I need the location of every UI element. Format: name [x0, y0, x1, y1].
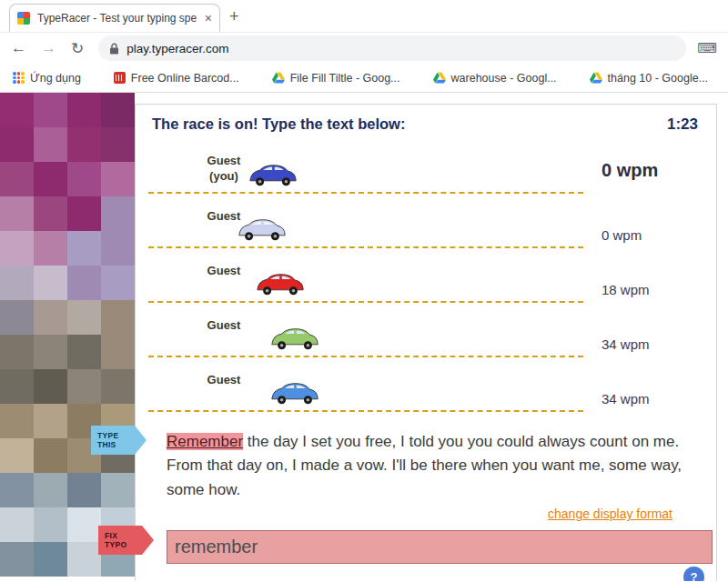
- forward-icon[interactable]: →: [41, 39, 56, 57]
- car-icon: [247, 163, 299, 191]
- bookmark-item[interactable]: Free Online Barcod...: [114, 72, 239, 85]
- help-icon[interactable]: ?: [683, 567, 704, 581]
- mosaic-cell: [101, 127, 135, 162]
- race-track: Guest: [148, 248, 583, 303]
- url-text: play.typeracer.com: [126, 42, 228, 55]
- keyboard-ime-icon[interactable]: ⌨: [697, 40, 717, 56]
- mosaic-cell: [34, 266, 67, 300]
- link-row: change display format: [148, 506, 703, 522]
- mosaic-cell: [101, 93, 135, 127]
- close-tab-icon[interactable]: ×: [205, 11, 212, 25]
- bookmark-label: Free Online Barcod...: [131, 72, 239, 85]
- mosaic-cell: [34, 369, 67, 404]
- mosaic-cell: [101, 196, 135, 231]
- apps-menu[interactable]: Ứng dụng: [13, 72, 81, 85]
- mosaic-cell: [34, 404, 67, 438]
- typeracer-favicon: [17, 12, 30, 25]
- bookmark-item[interactable]: tháng 10 - Google...: [590, 72, 709, 85]
- mosaic-cell: [0, 404, 34, 438]
- typing-input[interactable]: [167, 530, 713, 564]
- mosaic-cell: [34, 507, 67, 542]
- race-panel: The race is on! Type the text below: 1:2…: [135, 104, 717, 581]
- mosaic-cell: [67, 266, 101, 300]
- mosaic-cell: [34, 300, 67, 335]
- mosaic-cell: [34, 93, 67, 127]
- racer-row: Guest (you) 0 wpm: [148, 139, 703, 194]
- mosaic-cell: [34, 438, 67, 473]
- race-timer: 1:23: [667, 115, 698, 134]
- mosaic-background: [0, 93, 135, 577]
- mosaic-cell: [67, 473, 101, 507]
- mosaic-cell: [67, 231, 101, 266]
- racer-name: Guest (you): [197, 154, 250, 185]
- mosaic-cell: [101, 231, 135, 266]
- bookmarks-bar: Ứng dụng Free Online Barcod... File Fill…: [0, 64, 728, 93]
- bookmark-item[interactable]: File Fill Tiltle - Goog...: [272, 72, 400, 85]
- car-icon: [268, 326, 321, 355]
- mosaic-cell: [67, 127, 101, 162]
- change-display-format-link[interactable]: change display format: [548, 507, 672, 521]
- mosaic-cell: [34, 127, 67, 162]
- racer-name: Guest: [197, 318, 250, 334]
- remaining-text: the day I set you free, I told you you c…: [167, 433, 682, 498]
- mosaic-cell: [67, 507, 101, 542]
- barcode-site-icon: [114, 72, 126, 84]
- mosaic-cell: [0, 335, 34, 369]
- apps-grid-icon: [13, 72, 25, 84]
- mosaic-cell: [101, 369, 135, 404]
- racer-speed: 34 wpm: [583, 357, 703, 412]
- mosaic-cell: [0, 369, 34, 404]
- bookmark-label: File Fill Tiltle - Goog...: [290, 72, 400, 85]
- address-bar[interactable]: play.typeracer.com: [98, 35, 686, 61]
- mosaic-cell: [34, 196, 67, 231]
- typing-input-row: [167, 530, 700, 564]
- mosaic-cell: [0, 473, 34, 507]
- mosaic-cell: [67, 300, 101, 335]
- passage-text: Remember the day I set you free, I told …: [167, 430, 685, 502]
- reload-icon[interactable]: ↻: [71, 39, 84, 58]
- mosaic-cell: [34, 335, 67, 369]
- back-icon[interactable]: ←: [11, 39, 26, 57]
- mosaic-cell: [101, 300, 135, 335]
- google-drive-icon: [433, 72, 446, 84]
- racer-name: Guest: [197, 373, 250, 388]
- tab-title: TypeRacer - Test your typing spe: [37, 12, 197, 25]
- mosaic-cell: [34, 473, 67, 507]
- mosaic-cell: [0, 507, 34, 542]
- mosaic-cell: [67, 335, 101, 369]
- apps-label: Ứng dụng: [30, 72, 81, 85]
- mosaic-cell: [101, 335, 135, 369]
- mosaic-cell: [34, 231, 67, 266]
- mosaic-cell: [67, 162, 101, 196]
- car-icon: [254, 272, 307, 300]
- google-drive-icon: [590, 72, 602, 84]
- mosaic-cell: [101, 266, 135, 300]
- bookmark-label: tháng 10 - Google...: [608, 72, 709, 85]
- bookmark-item[interactable]: warehouse - Googl...: [433, 72, 557, 85]
- mosaic-cell: [0, 266, 34, 300]
- page-content: The race is on! Type the text below: 1:2…: [0, 93, 728, 581]
- mosaic-cell: [34, 162, 67, 196]
- race-track: Guest (you): [148, 139, 583, 194]
- mosaic-cell: [0, 438, 34, 473]
- racer-speed: 0 wpm: [583, 139, 703, 194]
- bookmark-label: warehouse - Googl...: [451, 72, 557, 85]
- mosaic-cell: [34, 542, 67, 577]
- tab-bar: TypeRacer - Test your typing spe × +: [0, 0, 728, 33]
- type-this-callout: TYPE THIS: [91, 426, 135, 455]
- browser-tab[interactable]: TypeRacer - Test your typing spe ×: [9, 4, 220, 32]
- race-heading: The race is on! Type the text below:: [152, 115, 405, 133]
- race-track: Guest: [148, 303, 583, 357]
- car-icon: [236, 217, 288, 246]
- racer-row: Guest 0 wpm: [148, 194, 703, 248]
- race-header: The race is on! Type the text below: 1:2…: [148, 114, 703, 139]
- mosaic-cell: [0, 196, 34, 231]
- mosaic-cell: [67, 196, 101, 231]
- racer-speed: 34 wpm: [583, 303, 703, 357]
- mosaic-cell: [0, 162, 34, 196]
- navigation-bar: ← → ↻ play.typeracer.com ⌨: [0, 33, 728, 64]
- new-tab-button[interactable]: +: [229, 7, 239, 26]
- mosaic-cell: [67, 369, 101, 404]
- typed-word: Remember: [167, 433, 243, 450]
- racer-speed: 18 wpm: [583, 248, 703, 303]
